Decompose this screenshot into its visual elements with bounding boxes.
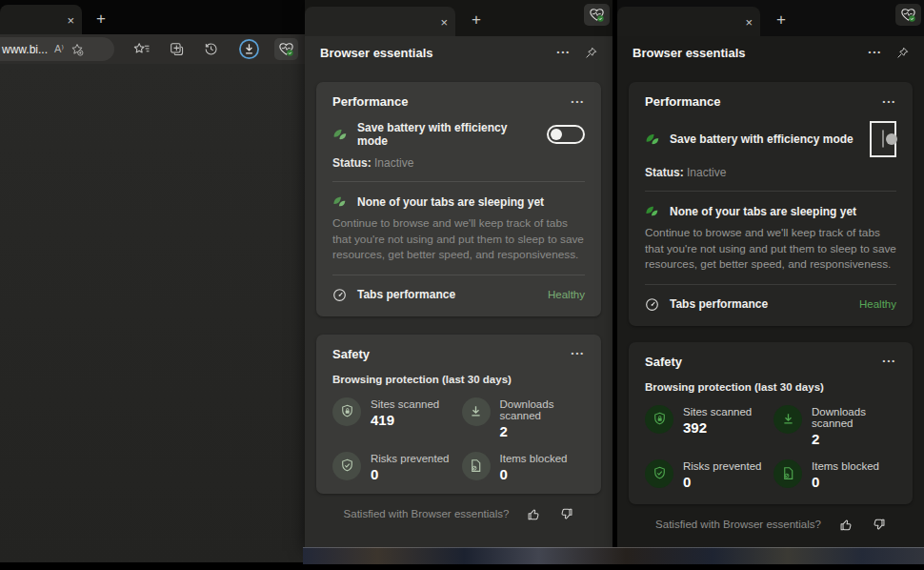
page-content	[0, 64, 305, 562]
performance-card: Performance ••• Save battery with effici…	[629, 82, 913, 326]
performance-card: Performance ••• Save battery with effici…	[316, 82, 601, 316]
stat-risks-prevented: Risks prevented 0	[645, 459, 768, 490]
panel-header: Browser essentials •••	[305, 36, 613, 69]
screenshot-stage: × + www.bi... A⁾	[0, 0, 924, 570]
more-options-icon[interactable]: •••	[572, 98, 585, 106]
more-options-icon[interactable]: •••	[883, 357, 896, 365]
address-text: www.bi...	[2, 43, 48, 56]
more-options-icon[interactable]: •••	[572, 350, 585, 357]
status-line: Status: Inactive	[645, 166, 896, 179]
feedback-row: Satisfied with Browser essentials?	[617, 518, 924, 532]
more-options-icon[interactable]: •••	[883, 98, 896, 106]
new-tab-button[interactable]: +	[90, 8, 112, 31]
close-tab-icon[interactable]: ×	[67, 13, 74, 26]
shield-lock-icon	[332, 397, 361, 426]
stat-sites-scanned: Sites scanned 392	[645, 405, 768, 447]
browser-tab[interactable]: ×	[617, 7, 760, 36]
leaf-icon	[332, 127, 348, 142]
thumbs-up-icon[interactable]	[839, 518, 854, 532]
close-tab-icon[interactable]: ×	[440, 15, 448, 28]
browser-essentials-panel-light: × + Browser essentials ••• Performance •…	[305, 0, 613, 551]
tab-bar: × +	[617, 0, 924, 36]
panel-header: Browser essentials •••	[617, 36, 924, 69]
efficiency-mode-label: Save battery with efficiency mode	[670, 132, 860, 146]
new-tab-button[interactable]: +	[465, 9, 488, 31]
tabs-performance-label: Tabs performance	[670, 297, 849, 311]
left-browser-window: × + www.bi... A⁾	[0, 0, 305, 562]
collections-icon[interactable]	[170, 42, 184, 56]
toggle-highlight-box	[870, 121, 896, 157]
speedometer-icon	[332, 288, 347, 302]
tabs-performance-status: Healthy	[548, 289, 585, 300]
browser-essentials-icon[interactable]	[895, 4, 921, 26]
status-line: Status: Inactive	[332, 156, 585, 170]
stat-items-blocked: Items blocked 0	[773, 459, 896, 490]
tab-bar: × +	[0, 0, 305, 34]
more-options-icon[interactable]: •••	[869, 49, 882, 56]
stat-sites-scanned: Sites scanned 419	[332, 397, 456, 439]
leaf-icon	[332, 194, 347, 209]
sleeping-tabs-description: Continue to browse and we'll keep track …	[332, 215, 585, 263]
browser-essentials-icon[interactable]	[584, 4, 610, 26]
thumbs-down-icon[interactable]	[872, 518, 886, 532]
safety-title: Safety	[332, 347, 572, 361]
thumbs-down-icon[interactable]	[559, 507, 573, 521]
toggle-knob	[886, 133, 897, 145]
stat-downloads-scanned: Downloads scanned 2	[773, 405, 896, 447]
browser-essentials-icon[interactable]	[274, 38, 298, 60]
panel-title: Browser essentials	[633, 46, 869, 60]
download-scan-icon	[773, 405, 802, 434]
tab-bar: × +	[305, 0, 613, 36]
sleeping-tabs-title: None of your tabs are sleeping yet	[670, 205, 856, 218]
read-aloud-icon[interactable]: A⁾	[54, 43, 64, 55]
letterbox-bar	[0, 564, 924, 570]
history-icon[interactable]	[204, 42, 218, 56]
browser-toolbar: www.bi... A⁾	[0, 34, 305, 64]
browser-essentials-panel-dark: × + Browser essentials ••• Performance •…	[617, 0, 924, 552]
sleeping-tabs-title: None of your tabs are sleeping yet	[357, 195, 544, 209]
safety-title: Safety	[645, 355, 883, 369]
desktop-wallpaper-strip	[303, 547, 924, 564]
divider	[645, 191, 896, 192]
pin-icon[interactable]	[585, 47, 597, 59]
speedometer-icon	[645, 297, 659, 312]
download-scan-icon	[462, 397, 491, 426]
address-bar[interactable]: www.bi... A⁾	[0, 37, 114, 61]
toggle-knob	[551, 129, 562, 140]
shield-lock-icon	[645, 405, 673, 434]
efficiency-mode-toggle[interactable]	[882, 130, 884, 148]
more-options-icon[interactable]: •••	[557, 49, 571, 56]
safety-card: Safety ••• Browsing protection (last 30 …	[316, 335, 601, 494]
browser-tab[interactable]: ×	[0, 5, 82, 34]
downloads-icon[interactable]	[238, 38, 260, 60]
panel-title: Browser essentials	[320, 46, 557, 60]
thumbs-up-icon[interactable]	[527, 507, 541, 521]
pin-icon[interactable]	[896, 47, 909, 59]
efficiency-mode-toggle[interactable]	[547, 125, 585, 144]
stat-downloads-scanned: Downloads scanned 2	[462, 397, 586, 439]
close-tab-icon[interactable]: ×	[745, 15, 753, 28]
browsing-protection-subtitle: Browsing protection (last 30 days)	[332, 374, 585, 385]
favorites-icon[interactable]	[133, 42, 150, 56]
sleeping-tabs-description: Continue to browse and we'll keep track …	[645, 225, 896, 273]
leaf-icon	[645, 132, 660, 147]
shield-check-icon	[332, 452, 361, 480]
tabs-performance-label: Tabs performance	[357, 288, 537, 301]
performance-title: Performance	[332, 94, 572, 109]
shield-check-icon	[645, 459, 673, 488]
performance-title: Performance	[645, 94, 883, 109]
leaf-icon	[645, 204, 659, 218]
document-blocked-icon	[462, 452, 491, 480]
efficiency-mode-label: Save battery with efficiency mode	[357, 121, 537, 148]
add-favorite-icon[interactable]	[70, 43, 84, 56]
stat-risks-prevented: Risks prevented 0	[332, 452, 456, 482]
feedback-question: Satisfied with Browser essentials?	[344, 508, 510, 519]
browser-tab[interactable]: ×	[305, 7, 455, 36]
stat-items-blocked: Items blocked 0	[462, 452, 586, 482]
tabs-performance-status: Healthy	[859, 298, 896, 310]
new-tab-button[interactable]: +	[770, 9, 793, 31]
feedback-row: Satisfied with Browser essentials?	[305, 507, 613, 521]
feedback-question: Satisfied with Browser essentials?	[655, 519, 821, 530]
safety-card: Safety ••• Browsing protection (last 30 …	[629, 342, 913, 504]
document-blocked-icon	[773, 459, 802, 488]
